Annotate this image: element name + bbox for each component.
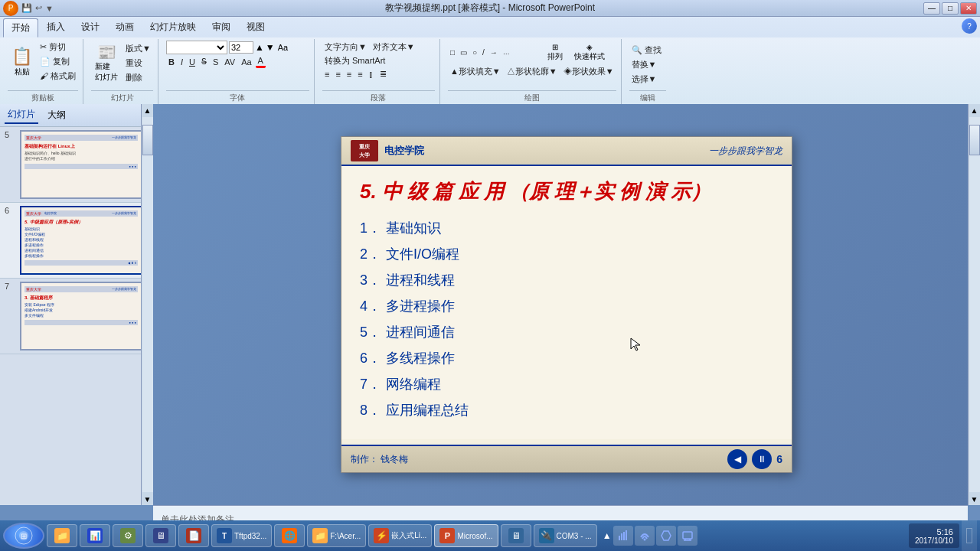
slide-content[interactable]: 5. 中 级 篇 应 用 （原 理＋实 例 演 示） 1． 基础知识 2． 文件… bbox=[341, 166, 792, 439]
tray-icon-2[interactable] bbox=[635, 526, 655, 546]
reset-btn[interactable]: 重设 bbox=[123, 57, 153, 70]
maximize-btn[interactable]: □ bbox=[942, 2, 959, 15]
shape-circle[interactable]: ○ bbox=[470, 47, 479, 57]
font-color-btn[interactable]: A bbox=[256, 55, 266, 68]
tab-review[interactable]: 审阅 bbox=[204, 18, 238, 37]
shape-rect[interactable]: □ bbox=[448, 47, 457, 57]
shape-line[interactable]: / bbox=[480, 47, 487, 57]
quick-menu[interactable]: ▼ bbox=[45, 4, 54, 13]
spacing-btn[interactable]: AV bbox=[222, 57, 237, 67]
replace-btn[interactable]: 替换▼ bbox=[629, 58, 666, 71]
taskbar-btn-display[interactable]: 🖥 bbox=[145, 524, 176, 547]
font-size-down-btn[interactable]: ▼ bbox=[266, 42, 275, 53]
close-btn[interactable]: ✕ bbox=[960, 2, 977, 15]
quick-styles-btn[interactable]: ◈快速样式 bbox=[570, 41, 609, 64]
taskbar-btn-tftpd[interactable]: T Tftpd32... bbox=[211, 524, 272, 547]
tab-design[interactable]: 设计 bbox=[74, 18, 107, 37]
tab-animation[interactable]: 动画 bbox=[108, 18, 142, 37]
taskbar-btn-embed[interactable]: ⚡ 嵌入式Li... bbox=[368, 524, 432, 547]
com-label: COM3 - ... bbox=[557, 532, 592, 540]
help-icon[interactable]: ? bbox=[962, 18, 977, 34]
taskbar-btn-document[interactable]: 📄 bbox=[178, 524, 209, 547]
layout-btn[interactable]: 版式▼ bbox=[123, 42, 153, 55]
taskbar-btn-explorer[interactable]: 📁 bbox=[47, 524, 77, 547]
tab-view[interactable]: 视图 bbox=[239, 18, 273, 37]
taskbar-btn-files[interactable]: 📁 F:\Acer... bbox=[307, 524, 366, 547]
justify-btn[interactable]: ≡ bbox=[355, 69, 364, 80]
paste-icon: 📋 bbox=[11, 47, 32, 67]
font-name-select[interactable] bbox=[166, 41, 227, 54]
scroll-thumb[interactable] bbox=[142, 125, 153, 155]
start-button[interactable]: ⊞ bbox=[3, 523, 44, 549]
quick-save[interactable]: 💾 bbox=[21, 3, 32, 13]
tab-slideshow[interactable]: 幻灯片放映 bbox=[142, 18, 204, 37]
pause-btn[interactable]: ⏸ bbox=[752, 449, 772, 469]
convert-smartart-btn[interactable]: 转换为 SmartArt bbox=[322, 54, 387, 67]
main-scroll-thumb[interactable] bbox=[969, 125, 980, 155]
footer-author: 制作： 钱冬梅 bbox=[351, 453, 408, 466]
slide-item-8: 8． 应用编程总结 bbox=[360, 401, 773, 419]
main-scroll-up[interactable]: ▲ bbox=[969, 104, 981, 116]
show-desktop-btn[interactable] bbox=[962, 520, 977, 551]
shape-rounded[interactable]: ▭ bbox=[458, 47, 469, 57]
clear-format-btn[interactable]: Aa bbox=[278, 43, 288, 52]
tab-insert[interactable]: 插入 bbox=[39, 18, 73, 37]
slide-thumb-7[interactable]: 7 重庆大学 一步步跟我学智龙 3. 基础篇程序 安装 Eclipse 程序 搭… bbox=[0, 279, 152, 354]
italic-btn[interactable]: I bbox=[178, 57, 185, 67]
copy-btn[interactable]: 📄 复制 bbox=[38, 55, 78, 68]
tray-expand-btn[interactable]: ▲ bbox=[603, 530, 612, 541]
main-vertical-scrollbar[interactable]: ▲ ▼ bbox=[968, 104, 980, 505]
slide-thumb-5[interactable]: 5 重庆大学 一步步跟我学智龙 基础架构运行在 Linux上 基础知识简介、he… bbox=[0, 127, 152, 203]
quick-undo[interactable]: ↩ bbox=[35, 3, 42, 13]
taskbar-btn-com[interactable]: 🔌 COM3 - ... bbox=[534, 524, 597, 547]
scroll-up-arrow[interactable]: ▲ bbox=[142, 104, 154, 116]
underline-btn[interactable]: U bbox=[187, 57, 198, 67]
strikethrough-btn[interactable]: S̶ bbox=[199, 56, 209, 67]
taskbar-btn-chart[interactable]: 📊 bbox=[80, 524, 110, 547]
shape-effect-btn[interactable]: ◈形状效果▼ bbox=[561, 65, 616, 78]
slide-thumb-6[interactable]: 6 重庆大学 电控学院 一步步跟我学智龙 5. 中级篇应用（原理+实例） 基础知… bbox=[0, 203, 152, 279]
shadow-btn[interactable]: S bbox=[211, 57, 220, 67]
arrange-btn[interactable]: ⊞排列 bbox=[541, 41, 569, 64]
text-direction-btn[interactable]: 文字方向▼ bbox=[322, 41, 369, 54]
shape-arrow[interactable]: → bbox=[488, 47, 500, 57]
tab-home[interactable]: 开始 bbox=[3, 18, 38, 37]
prev-btn[interactable]: ◀ bbox=[727, 449, 747, 469]
new-slide-btn[interactable]: 📰 新建幻灯片 bbox=[91, 41, 122, 85]
shape-fill-btn[interactable]: ▲形状填充▼ bbox=[448, 65, 503, 78]
change-case-btn[interactable]: Aa bbox=[239, 57, 253, 67]
tray-icon-4[interactable] bbox=[678, 526, 697, 546]
slide-container[interactable]: 重庆 大学 电控学院 一步步跟我学智龙 5. 中 级 篇 应 用 （原 理＋实 … bbox=[341, 136, 792, 473]
ribbon-group-paragraph: 文字方向▼ 对齐文本▼ 转换为 SmartArt ≡ ≡ ≡ ≡ ⫿ ≣ 段落 bbox=[318, 39, 440, 105]
format-painter-btn[interactable]: 🖌 格式刷 bbox=[38, 70, 78, 83]
cut-btn[interactable]: ✂ 剪切 bbox=[38, 41, 78, 54]
columns-btn[interactable]: ⫿ bbox=[367, 69, 376, 80]
delete-btn[interactable]: 删除 bbox=[123, 71, 153, 84]
align-center-btn[interactable]: ≡ bbox=[333, 69, 342, 80]
tab-slides[interactable]: 幻灯片 bbox=[5, 106, 38, 124]
align-text-btn[interactable]: 对齐文本▼ bbox=[371, 41, 417, 54]
tray-icon-1[interactable] bbox=[613, 526, 633, 546]
find-btn[interactable]: 🔍 查找 bbox=[629, 44, 666, 57]
tab-outline[interactable]: 大纲 bbox=[44, 107, 69, 123]
scroll-down-arrow[interactable]: ▼ bbox=[142, 493, 154, 505]
font-size-input[interactable] bbox=[229, 41, 253, 54]
tray-icon-3[interactable] bbox=[656, 526, 676, 546]
font-size-up-btn[interactable]: ▲ bbox=[255, 42, 264, 53]
align-right-btn[interactable]: ≡ bbox=[345, 69, 354, 80]
shape-more[interactable]: … bbox=[501, 47, 512, 57]
line-spacing-btn[interactable]: ≣ bbox=[377, 68, 389, 80]
minimize-btn[interactable]: — bbox=[923, 2, 940, 15]
align-left-btn[interactable]: ≡ bbox=[322, 69, 332, 80]
left-panel-scrollbar[interactable]: ▲ ▼ bbox=[141, 104, 153, 505]
shape-outline-btn[interactable]: △形状轮廓▼ bbox=[505, 65, 560, 78]
taskbar-btn-settings[interactable]: ⚙ bbox=[113, 524, 143, 547]
select-btn[interactable]: 选择▼ bbox=[629, 73, 666, 86]
paste-btn[interactable]: 📋 粘贴 bbox=[8, 44, 36, 80]
taskbar-btn-browser[interactable]: 🌐 bbox=[274, 524, 305, 547]
taskbar-btn-powerpoint[interactable]: P Microsof... bbox=[434, 524, 498, 547]
main-scroll-down[interactable]: ▼ bbox=[969, 493, 981, 505]
taskbar-btn-remote[interactable]: 🖥 bbox=[501, 524, 531, 547]
ribbon-row-paste: 📋 粘贴 ✂ 剪切 📄 复制 🖌 格式刷 bbox=[8, 41, 78, 83]
bold-btn[interactable]: B bbox=[166, 57, 177, 67]
